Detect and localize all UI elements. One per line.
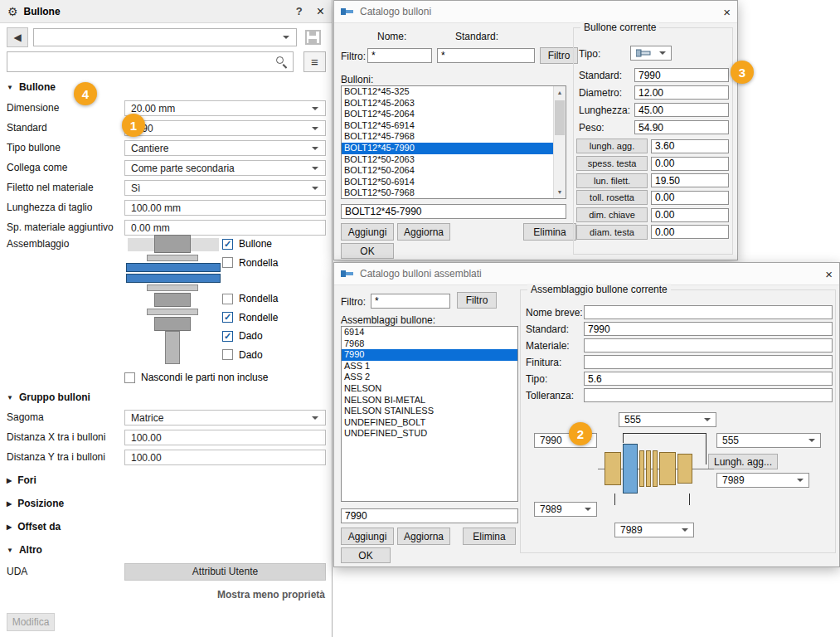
show-less-properties-link[interactable]: Mostra meno proprietà: [217, 589, 325, 601]
list-item[interactable]: BOLT12*45-325: [342, 86, 553, 98]
assembly-part-row[interactable]: Rondella: [222, 254, 327, 273]
scrollbar-thumb[interactable]: [555, 100, 565, 135]
section-bullone[interactable]: ▼Bullone: [7, 80, 56, 95]
property-value-input[interactable]: [634, 85, 729, 100]
list-item[interactable]: 7990: [342, 349, 517, 361]
dist-x-input[interactable]: 100.00: [124, 430, 326, 445]
checkbox[interactable]: ✓: [222, 312, 233, 323]
ok-button[interactable]: OK: [341, 547, 391, 563]
checkbox[interactable]: [124, 372, 135, 383]
user-attributes-button[interactable]: Attributi Utente: [124, 563, 326, 581]
bolts-listbox[interactable]: BOLT12*45-325BOLT12*45-2063BOLT12*45-206…: [341, 85, 566, 199]
field-input[interactable]: [584, 388, 833, 402]
help-icon[interactable]: ?: [296, 5, 303, 17]
search-input[interactable]: [7, 51, 294, 72]
filter-name-input[interactable]: [367, 48, 432, 63]
assembly-part-row[interactable]: Rondella: [222, 289, 327, 309]
field-input[interactable]: [584, 355, 833, 369]
assemblies-listbox[interactable]: 691479687990ASS 1ASS 2NELSONNELSON BI-ME…: [341, 326, 518, 502]
section-offset-da[interactable]: ▶Offset da: [7, 519, 61, 534]
assembly-part-row[interactable]: ✓Bullone: [222, 235, 327, 254]
checkbox[interactable]: [222, 294, 233, 304]
assembly-part-row[interactable]: ✓Rondelle: [222, 309, 327, 328]
list-item[interactable]: 7968: [342, 338, 517, 350]
list-item[interactable]: BOLT12*45-7990: [342, 143, 553, 154]
delete-button[interactable]: Elimina: [523, 223, 576, 241]
property-button[interactable]: toll. rosetta: [576, 190, 648, 205]
property-value-input[interactable]: [651, 225, 729, 239]
checkbox[interactable]: ✓: [222, 239, 233, 250]
left-nut-standard-combo[interactable]: 7989: [534, 502, 597, 517]
checkbox[interactable]: ✓: [222, 331, 233, 342]
right-nut-standard-combo[interactable]: 7989: [716, 473, 809, 488]
section-posizione[interactable]: ▶Posizione: [7, 496, 64, 511]
property-value-input[interactable]: [634, 120, 729, 134]
ok-button[interactable]: OK: [341, 243, 394, 259]
close-icon[interactable]: ×: [825, 267, 833, 281]
standard-combo[interactable]: 7990: [124, 120, 326, 136]
assembly-part-row[interactable]: ✓Dado: [222, 327, 327, 346]
list-item[interactable]: 6914: [342, 327, 517, 338]
top-washer-standard-combo[interactable]: 555: [619, 412, 716, 427]
property-value-input[interactable]: [634, 103, 729, 117]
delete-button[interactable]: Elimina: [463, 528, 516, 545]
close-icon[interactable]: ×: [723, 5, 731, 19]
modify-button[interactable]: Modifica: [7, 613, 55, 631]
filter-input[interactable]: [371, 294, 450, 309]
lunghezza-taglio-input[interactable]: 100.00 mm: [124, 200, 326, 216]
property-button[interactable]: dim. chiave: [576, 207, 648, 222]
list-item[interactable]: UNDEFINED_BOLT: [342, 417, 517, 429]
property-value-input[interactable]: [651, 139, 729, 153]
field-input[interactable]: [584, 338, 833, 353]
list-item[interactable]: UNDEFINED_STUD: [342, 428, 517, 440]
scroll-up-icon[interactable]: ▲: [554, 86, 566, 99]
collega-come-combo[interactable]: Come parte secondaria: [124, 160, 326, 176]
property-button[interactable]: diam. testa: [576, 225, 648, 240]
save-icon[interactable]: [305, 30, 321, 45]
list-item[interactable]: BOLT12*50-2064: [342, 165, 553, 177]
property-button[interactable]: lun. filett.: [576, 173, 648, 188]
hide-parts-row[interactable]: Nascondi le parti non incluse: [124, 369, 268, 386]
menu-button[interactable]: ≡: [303, 51, 326, 72]
back-button[interactable]: ◀: [7, 27, 28, 47]
list-item[interactable]: BOLT12*45-2063: [342, 98, 553, 109]
checkbox[interactable]: [222, 257, 233, 268]
add-button[interactable]: Aggiungi: [341, 223, 394, 241]
update-button[interactable]: Aggiorna: [397, 528, 450, 545]
saved-settings-combo[interactable]: [33, 28, 297, 46]
field-input[interactable]: [584, 322, 833, 336]
list-item[interactable]: NELSON STAINLESS: [342, 406, 517, 417]
checkbox[interactable]: [222, 349, 233, 360]
list-item[interactable]: BOLT12*45-7968: [342, 131, 553, 143]
section-altro[interactable]: ▼Altro: [7, 542, 42, 557]
list-item[interactable]: ASS 1: [342, 361, 517, 372]
tipo-bullone-combo[interactable]: Cantiere: [124, 140, 326, 156]
dimensione-combo[interactable]: 20.00 mm: [124, 100, 326, 116]
field-input[interactable]: [584, 305, 833, 319]
scrollbar[interactable]: ▲ ▼: [553, 86, 566, 198]
bolt-name-input[interactable]: [341, 204, 566, 219]
property-value-input[interactable]: [651, 208, 729, 222]
update-button[interactable]: Aggiorna: [397, 223, 450, 241]
dist-y-input[interactable]: 100.00: [124, 450, 326, 465]
list-item[interactable]: ASS 2: [342, 372, 517, 383]
close-icon[interactable]: ×: [317, 4, 324, 19]
section-gruppo-bulloni[interactable]: ▼Gruppo bulloni: [7, 390, 90, 405]
sagoma-combo[interactable]: Matrice: [124, 410, 326, 425]
filter-button[interactable]: Filtro: [457, 292, 497, 309]
list-item[interactable]: BOLT12*45-6914: [342, 120, 553, 132]
bolt-type-combo[interactable]: [630, 46, 672, 61]
list-item[interactable]: BOLT12*50-7968: [342, 187, 553, 199]
property-value-input[interactable]: [634, 68, 729, 82]
sp-materiale-input[interactable]: 0.00 mm: [124, 220, 326, 236]
field-input[interactable]: [584, 372, 833, 386]
property-value-input[interactable]: [651, 173, 729, 187]
scroll-down-icon[interactable]: ▼: [554, 186, 566, 198]
property-button[interactable]: lungh. agg.: [576, 139, 648, 153]
right-washer-standard-combo[interactable]: 555: [716, 433, 821, 448]
center-nut-standard-combo[interactable]: 7989: [614, 523, 694, 537]
list-item[interactable]: BOLT12*50-6914: [342, 177, 553, 188]
filter-standard-input[interactable]: [437, 48, 535, 63]
section-fori[interactable]: ▶Fori: [7, 473, 36, 488]
assembly-name-input[interactable]: [341, 508, 518, 523]
